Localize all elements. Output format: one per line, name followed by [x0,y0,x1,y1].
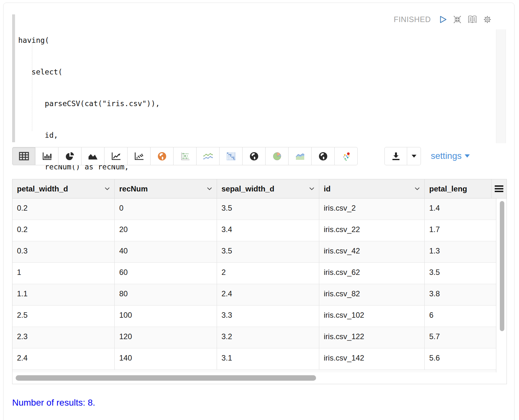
collapse-icon[interactable] [453,15,462,24]
chart-type-toolbar [12,147,358,165]
bubble-grid-icon [180,152,190,161]
chart-btn-world-map-orange[interactable] [150,147,174,165]
column-header-petal_length_d[interactable]: petal_leng [425,179,491,198]
chart-btn-scatter-colored[interactable] [334,147,358,165]
table-cell: iris.csv_62 [319,263,425,284]
status-badge: FINISHED [394,15,431,24]
column-header-petal_width_d[interactable]: petal_width_d [12,179,115,198]
table-cell: 20 [115,220,217,241]
table-horizontal-scrollbar[interactable] [16,375,316,381]
column-label: id [324,184,330,193]
settings-label: settings [431,151,462,161]
settings-toggle[interactable]: settings [431,151,470,161]
column-label: recNum [119,184,148,193]
table-cell: 1.1 [12,284,115,305]
pie-chart-icon [65,152,75,161]
editor-gutter [12,14,15,142]
table-vertical-scrollbar[interactable] [500,201,504,331]
editor-scrollbar-track[interactable] [496,29,506,143]
chevron-down-icon[interactable] [414,187,420,191]
table-cell: 140 [115,348,217,369]
download-button[interactable] [384,147,407,165]
table-row: 2.31203.2iris.csv_1225.7 [12,327,496,348]
column-header-recNum[interactable]: recNum [115,179,217,198]
code-line: id, [18,130,491,141]
run-play-icon[interactable] [439,15,447,24]
table-cell: 3.3 [217,306,319,327]
table-header-row: petal_width_d recNum sepal_width_d id pe… [12,179,507,198]
column-label: petal_width_d [17,184,68,193]
table-cell: iris.csv_142 [319,348,425,369]
table-cell: 0.3 [12,241,115,262]
table-row: 0.203.5iris.csv_21.4 [12,198,496,220]
table-cell: iris.csv_102 [319,306,425,327]
table-cell: 1.3 [425,241,496,262]
download-group [384,147,421,165]
table-cell: 3.1 [217,348,319,369]
chevron-down-icon[interactable] [309,187,314,191]
table-cell: 3.8 [425,284,496,305]
column-label: petal_leng [429,184,467,193]
table-cell: 2.3 [12,327,115,348]
table-icon [19,152,29,160]
column-header-id[interactable]: id [319,179,425,198]
chart-btn-table[interactable] [12,147,35,165]
table-cell: iris.csv_22 [319,220,425,241]
chart-btn-pie-pastel[interactable] [265,147,289,165]
chevron-down-icon[interactable] [207,187,212,191]
table-cell: 2.5 [12,306,115,327]
chart-btn-area-chart[interactable] [81,147,105,165]
table-cell: 0.2 [12,220,115,241]
table-cell: 40 [115,241,217,262]
download-icon [391,152,400,160]
area-chart-icon [88,152,98,160]
area-pastel-icon [295,152,305,160]
table-cell: 3.4 [217,220,319,241]
table-horizontal-scroll-track [12,372,507,384]
results-count-text: Number of results: 8. [12,398,95,408]
report-book-icon[interactable] [468,15,477,24]
chart-btn-heatmap[interactable] [219,147,243,165]
line-chart-icon [111,152,121,160]
table-menu-button[interactable] [491,179,507,198]
chevron-down-icon[interactable] [105,187,110,191]
chart-btn-line-chart[interactable] [104,147,128,165]
table-cell: 6 [425,306,496,327]
multi-line-icon [203,152,213,160]
table-row: 2.51003.3iris.csv_1026 [12,306,496,327]
pie-pastel-icon [272,151,282,161]
gear-icon[interactable] [483,15,492,24]
code-line: select( [18,67,491,77]
table-cell: 2 [217,263,319,284]
table-cell: 5.7 [425,327,496,348]
column-header-sepal_width_d[interactable]: sepal_width_d [217,179,319,198]
caret-down-icon [465,154,470,158]
heatmap-icon [226,152,236,161]
table-cell: iris.csv_42 [319,241,425,262]
chart-btn-bubble-grid[interactable] [173,147,197,165]
table-cell: 2.4 [12,348,115,369]
bar-chart-icon [42,152,52,160]
hamburger-menu-icon [495,185,503,192]
table-cell: 1.7 [425,220,496,241]
chart-btn-scatter[interactable] [127,147,151,165]
table-cell: 60 [115,263,217,284]
table-cell: 0.2 [12,198,115,220]
result-table: petal_width_d recNum sepal_width_d id pe… [12,179,507,384]
chart-btn-bar-chart[interactable] [35,147,58,165]
download-options-button[interactable] [407,147,421,165]
scatter-icon [134,152,144,160]
table-cell: 100 [115,306,217,327]
chart-btn-pie-chart[interactable] [58,147,81,165]
chart-btn-globe-black[interactable] [242,147,266,165]
world-map-orange-icon [157,152,167,161]
chart-btn-globe-black-2[interactable] [311,147,335,165]
code-line: having( [18,35,491,46]
table-cell: 3.5 [425,263,496,284]
column-label: sepal_width_d [221,184,274,193]
chart-btn-multi-line[interactable] [196,147,220,165]
table-cell: 3.5 [217,241,319,262]
chart-btn-area-pastel[interactable] [288,147,312,165]
caret-down-icon [412,155,416,158]
table-cell: iris.csv_82 [319,284,425,305]
